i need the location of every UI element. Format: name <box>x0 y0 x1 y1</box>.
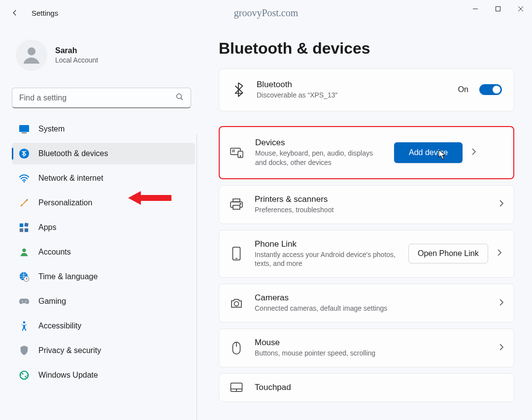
sidebar-item-time-language[interactable]: Time & language <box>12 266 195 288</box>
page-title: Bluetooth & devices <box>219 39 514 58</box>
sidebar-item-label: Bluetooth & devices <box>38 149 108 158</box>
profile-block[interactable]: Sarah Local Account <box>12 30 197 81</box>
touchpad-icon <box>229 383 244 392</box>
devices-sub: Mouse, keyboard, pen, audio, displays an… <box>255 149 383 167</box>
avatar <box>16 39 47 71</box>
svg-point-35 <box>234 301 239 306</box>
mouse-icon <box>229 342 244 355</box>
globe-clock-icon <box>19 271 30 282</box>
svg-point-16 <box>22 249 26 252</box>
devices-title: Devices <box>255 138 383 148</box>
chevron-right-icon <box>499 199 504 209</box>
devices-card[interactable]: Devices Mouse, keyboard, pen, audio, dis… <box>219 126 514 179</box>
sidebar-item-windows-update[interactable]: Windows Update <box>12 364 195 386</box>
shield-icon <box>19 345 30 356</box>
bluetooth-icon <box>19 148 30 159</box>
sidebar-item-accounts[interactable]: Accounts <box>12 241 195 263</box>
printers-sub: Preferences, troubleshoot <box>255 205 488 215</box>
touchpad-title: Touchpad <box>255 383 504 392</box>
svg-point-21 <box>23 321 26 323</box>
open-phone-link-button[interactable]: Open Phone Link <box>408 244 488 263</box>
sidebar-item-network[interactable]: Network & internet <box>12 167 195 189</box>
bluetooth-toggle[interactable] <box>479 84 502 95</box>
svg-rect-12 <box>20 224 23 227</box>
sidebar-item-label: Time & language <box>38 272 98 281</box>
profile-sub: Local Account <box>55 56 98 64</box>
svg-point-4 <box>28 47 35 55</box>
sidebar-item-system[interactable]: System <box>12 118 195 140</box>
search-icon <box>175 93 184 103</box>
sidebar: Sarah Local Account System Bluetooth & d… <box>0 26 197 420</box>
svg-line-6 <box>181 98 183 100</box>
svg-rect-13 <box>24 223 29 227</box>
svg-point-5 <box>177 94 182 99</box>
svg-rect-14 <box>20 228 23 232</box>
svg-rect-7 <box>19 125 29 132</box>
cameras-card[interactable]: Cameras Connected cameras, default image… <box>219 284 514 323</box>
system-icon <box>19 124 30 134</box>
sidebar-item-label: System <box>38 125 65 133</box>
svg-point-26 <box>240 156 241 157</box>
svg-rect-31 <box>233 205 240 209</box>
phone-link-card[interactable]: Phone Link Instantly access your Android… <box>219 230 514 278</box>
mouse-card[interactable]: Mouse Buttons, mouse pointer speed, scro… <box>219 328 514 367</box>
bluetooth-title: Bluetooth <box>257 80 447 90</box>
close-button[interactable] <box>509 0 532 18</box>
svg-point-10 <box>19 149 29 159</box>
brush-icon <box>19 197 30 208</box>
bluetooth-sub: Discoverable as “XPS_13” <box>257 91 447 100</box>
touchpad-card[interactable]: Touchpad <box>219 373 514 402</box>
chevron-right-icon <box>499 298 504 308</box>
sidebar-item-label: Windows Update <box>38 371 98 380</box>
wifi-icon <box>19 173 30 184</box>
sidebar-item-apps[interactable]: Apps <box>12 217 195 238</box>
profile-name: Sarah <box>55 46 98 55</box>
mouse-title: Mouse <box>255 338 488 348</box>
printers-card[interactable]: Printers & scanners Preferences, trouble… <box>219 185 514 224</box>
nav-list: System Bluetooth & devices Network & int… <box>12 118 195 420</box>
cameras-title: Cameras <box>255 293 488 303</box>
main-content: Bluetooth & devices Bluetooth Discoverab… <box>197 26 532 420</box>
sidebar-item-personalization[interactable]: Personalization <box>12 192 195 214</box>
sidebar-item-accessibility[interactable]: Accessibility <box>12 315 195 337</box>
phone-icon <box>229 247 244 260</box>
cameras-sub: Connected cameras, default image setting… <box>255 304 488 313</box>
svg-point-19 <box>22 301 23 302</box>
back-button[interactable] <box>8 6 22 20</box>
svg-rect-9 <box>22 132 27 133</box>
sidebar-item-label: Apps <box>38 223 56 232</box>
app-title: Settings <box>32 9 58 17</box>
svg-rect-33 <box>233 247 240 260</box>
sidebar-item-privacy[interactable]: Privacy & security <box>12 340 195 361</box>
sidebar-item-label: Gaming <box>38 297 66 306</box>
camera-icon <box>229 298 244 309</box>
printers-title: Printers & scanners <box>255 194 488 204</box>
sidebar-item-bluetooth-devices[interactable]: Bluetooth & devices <box>12 143 195 164</box>
sidebar-item-gaming[interactable]: Gaming <box>12 291 195 312</box>
add-device-button[interactable]: Add device <box>394 142 463 163</box>
watermark-text: groovyPost.com <box>234 7 299 19</box>
apps-icon <box>19 222 30 233</box>
person-icon <box>19 247 30 258</box>
chevron-right-icon <box>499 343 504 353</box>
phone-link-title: Phone Link <box>255 239 398 249</box>
bluetooth-card[interactable]: Bluetooth Discoverable as “XPS_13” On <box>219 68 514 111</box>
titlebar: Settings groovyPost.com <box>0 0 532 26</box>
svg-rect-1 <box>496 7 500 11</box>
sidebar-item-label: Network & internet <box>38 174 103 183</box>
phone-link-sub: Instantly access your Android device's p… <box>255 250 398 269</box>
svg-point-20 <box>26 301 27 302</box>
bluetooth-toggle-label: On <box>458 85 468 94</box>
minimize-button[interactable] <box>464 0 487 18</box>
svg-rect-15 <box>25 228 28 232</box>
search-input[interactable] <box>12 88 191 108</box>
maximize-button[interactable] <box>487 0 509 18</box>
sidebar-item-label: Personalization <box>38 198 92 207</box>
sidebar-item-label: Accessibility <box>38 322 81 330</box>
bluetooth-glyph-icon <box>231 82 246 97</box>
svg-rect-29 <box>233 199 240 202</box>
chevron-right-icon <box>471 148 476 158</box>
accessibility-icon <box>19 321 30 331</box>
sidebar-item-label: Accounts <box>38 248 71 257</box>
svg-point-11 <box>24 181 25 183</box>
